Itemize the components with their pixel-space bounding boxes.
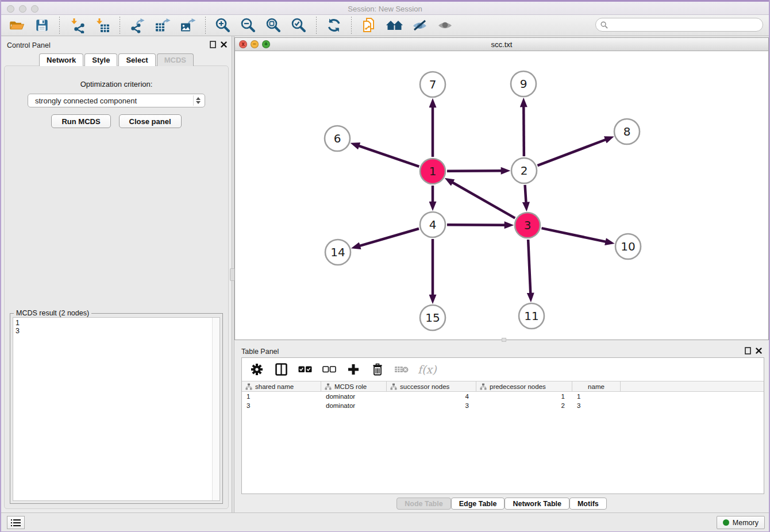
column-header-shared-name[interactable]: shared name [242, 381, 321, 391]
tab-select[interactable]: Select [118, 53, 155, 66]
zoom-in-button[interactable] [212, 16, 234, 34]
cell-MCDS-role[interactable]: dominator [321, 392, 387, 401]
column-header-MCDS-role[interactable]: MCDS role [321, 381, 387, 391]
cell-name[interactable]: 1 [572, 392, 621, 401]
edge-3-10[interactable] [541, 228, 606, 242]
zoom-fit-button[interactable] [263, 16, 284, 34]
float-table-panel-icon[interactable] [745, 347, 751, 354]
edge-3-1[interactable] [452, 182, 515, 218]
search-field[interactable] [595, 18, 763, 32]
import-table-button[interactable] [91, 16, 113, 34]
node-6[interactable]: 6 [325, 126, 350, 151]
cell-MCDS-role[interactable]: dominator [321, 401, 387, 410]
network-graph[interactable]: 1234678910111415 [235, 51, 770, 341]
import-network-button[interactable] [66, 16, 88, 34]
control-panel-header: Control Panel [1, 36, 232, 53]
search-input[interactable] [611, 21, 758, 29]
edge-1-6[interactable] [358, 145, 419, 167]
node-11[interactable]: 11 [519, 303, 544, 329]
hide-selected-button[interactable] [409, 16, 430, 34]
zoom-fit-icon [265, 17, 282, 33]
save-session-button[interactable] [31, 16, 53, 34]
node-9[interactable]: 9 [511, 71, 536, 97]
node-10[interactable]: 10 [615, 234, 641, 259]
add-column-button[interactable] [345, 361, 361, 377]
tab-style[interactable]: Style [84, 53, 117, 66]
tab-edge-table[interactable]: Edge Table [451, 498, 505, 510]
node-7[interactable]: 7 [420, 72, 445, 97]
toolbar-separator [120, 17, 120, 34]
table-row[interactable]: 3dominator323 [242, 401, 764, 410]
column-header-predecessor-nodes[interactable]: predecessor nodes [476, 381, 572, 391]
edge-4-3[interactable] [447, 225, 506, 225]
open-session-button[interactable] [6, 16, 28, 34]
zoom-in-icon [215, 17, 231, 33]
tab-mcds[interactable]: MCDS [157, 53, 194, 66]
refresh-view-button[interactable] [323, 16, 345, 34]
float-panel-icon[interactable] [210, 41, 216, 48]
edge-2-8[interactable] [537, 139, 606, 165]
cell-predecessor-nodes[interactable]: 1 [476, 392, 572, 401]
node-15[interactable]: 15 [420, 305, 445, 330]
zoom-selected-icon [291, 17, 307, 33]
node-3[interactable]: 3 [515, 213, 540, 238]
run-mcds-button[interactable]: Run MCDS [51, 114, 110, 128]
delete-column-button[interactable] [369, 361, 386, 377]
task-history-button[interactable] [7, 516, 25, 529]
home-layout-button[interactable] [383, 16, 405, 34]
edge-2-3[interactable] [525, 185, 526, 203]
tab-network[interactable]: Network [39, 53, 83, 66]
control-panel-title: Control Panel [7, 41, 51, 49]
close-table-panel-icon[interactable] [756, 348, 762, 354]
cell-name[interactable]: 3 [572, 401, 621, 410]
apply-function-button[interactable]: f(x) [418, 363, 437, 376]
memory-button[interactable]: Memory [717, 516, 765, 529]
zoom-out-button[interactable] [237, 16, 259, 34]
node-8[interactable]: 8 [614, 119, 640, 144]
column-label: shared name [255, 383, 294, 390]
cell-shared-name[interactable]: 3 [242, 401, 321, 410]
edge-3-11[interactable] [528, 240, 530, 294]
result-scrollbar[interactable] [212, 318, 220, 500]
optimization-criterion-select[interactable]: strongly connected component [28, 94, 205, 107]
node-4[interactable]: 4 [420, 212, 445, 237]
mcds-result-text[interactable]: 1 3 [13, 317, 220, 501]
column-header-name[interactable]: name [572, 381, 621, 391]
duplicate-network-button[interactable] [358, 16, 380, 34]
tab-motifs[interactable]: Motifs [569, 498, 607, 510]
svg-text:3: 3 [524, 218, 532, 232]
edge-4-14[interactable] [359, 229, 419, 246]
show-all-button[interactable] [434, 16, 456, 34]
cell-predecessor-nodes[interactable]: 2 [476, 401, 572, 410]
node-14[interactable]: 14 [325, 240, 351, 265]
tab-network-table[interactable]: Network Table [505, 498, 569, 510]
network-splitter-grip[interactable] [502, 338, 506, 342]
select-all-rows-button[interactable] [297, 361, 313, 377]
network-canvas[interactable]: 1234678910111415 [235, 51, 768, 340]
node-2[interactable]: 2 [511, 158, 537, 183]
zoom-selected-button[interactable] [288, 16, 310, 34]
svg-text:8: 8 [623, 125, 631, 138]
cell-successor-nodes[interactable]: 3 [387, 401, 476, 410]
export-table-button[interactable] [152, 16, 174, 34]
close-panel-button[interactable]: Close panel [119, 114, 182, 128]
edge-1-2[interactable] [447, 171, 502, 171]
checked-boxes-icon [298, 366, 312, 373]
column-header-successor-nodes[interactable]: successor nodes [387, 381, 476, 391]
table-settings-button[interactable] [249, 361, 265, 377]
split-columns-button[interactable] [273, 361, 289, 377]
export-network-button[interactable] [126, 16, 148, 34]
table-rows: 1dominator4113dominator323 [242, 392, 764, 410]
edge-2-9[interactable] [523, 106, 524, 156]
close-panel-icon[interactable] [221, 41, 227, 48]
cell-shared-name[interactable]: 1 [242, 392, 321, 401]
tab-node-table[interactable]: Node Table [396, 498, 451, 510]
export-image-button[interactable] [177, 16, 199, 34]
deselect-all-rows-button[interactable] [321, 361, 337, 377]
table-panel: Table Panel [234, 342, 769, 512]
cell-successor-nodes[interactable]: 4 [387, 392, 476, 401]
mcds-result-group: MCDS result (2 nodes) 1 3 [10, 313, 223, 504]
delete-table-button[interactable] [394, 361, 410, 377]
node-1[interactable]: 1 [420, 159, 445, 184]
table-row[interactable]: 1dominator411 [242, 392, 764, 401]
